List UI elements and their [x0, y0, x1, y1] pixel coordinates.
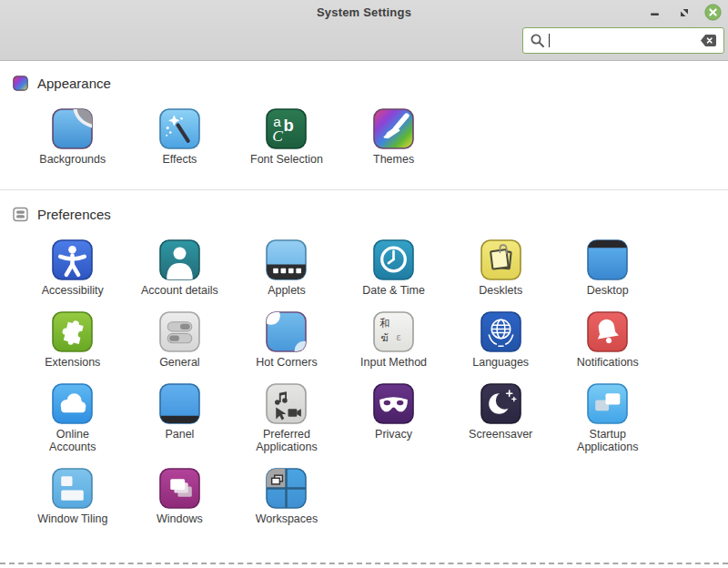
startup-applications-icon: [587, 383, 628, 424]
settings-item-label: Windows: [157, 512, 203, 525]
settings-item-hot-corners[interactable]: Hot Corners: [233, 311, 340, 369]
clear-search-icon[interactable]: [700, 34, 717, 47]
settings-item-label: Extensions: [45, 356, 100, 369]
settings-item-label: Screensaver: [469, 428, 532, 441]
settings-item-label: Accessibility: [42, 284, 104, 297]
settings-item-label: Desktop: [587, 284, 629, 297]
settings-item-privacy[interactable]: Privacy: [340, 383, 448, 453]
workspaces-icon: [266, 468, 307, 509]
settings-item-applets[interactable]: Applets: [233, 239, 340, 297]
maximize-button[interactable]: [675, 4, 693, 21]
search-input[interactable]: [551, 33, 700, 48]
settings-item-label: Workspaces: [256, 512, 318, 525]
settings-item-label: Date & Time: [362, 284, 425, 297]
section-preferences: Preferences Accessibility Account detail…: [0, 204, 728, 525]
settings-item-label: Startup Applications: [572, 428, 643, 453]
panel-icon: [159, 383, 200, 424]
windows-icon: [159, 468, 200, 509]
settings-item-label: Themes: [373, 153, 414, 166]
settings-item-accessibility[interactable]: Accessibility: [19, 239, 126, 297]
settings-item-label: Account details: [141, 284, 218, 297]
settings-item-label: Desklets: [479, 284, 522, 297]
settings-item-startup-applications[interactable]: Startup Applications: [554, 383, 662, 453]
appearance-section-icon: [13, 76, 28, 91]
svg-text:ε: ε: [397, 331, 401, 342]
settings-item-account-details[interactable]: Account details: [126, 239, 234, 297]
section-divider: [0, 189, 728, 190]
extensions-icon: [52, 311, 93, 352]
section-appearance: Appearance Backgrounds Effects abCFont S…: [0, 73, 728, 166]
account-details-icon: [159, 239, 200, 280]
settings-item-input-method[interactable]: 和ฆัεInput Method: [340, 311, 448, 369]
text-cursor: [549, 34, 550, 47]
backgrounds-icon: [52, 108, 93, 149]
settings-item-label: Notifications: [577, 356, 639, 369]
settings-item-label: Languages: [472, 356, 529, 369]
section-header-appearance: Appearance: [13, 73, 728, 93]
privacy-icon: [373, 383, 414, 424]
settings-item-desktop[interactable]: Desktop: [554, 239, 662, 297]
settings-item-label: Panel: [165, 428, 194, 441]
date-time-icon: [373, 239, 414, 280]
minimize-icon: [649, 5, 662, 20]
section-grid-preferences: Accessibility Account details Applets Da…: [0, 239, 728, 525]
settings-item-label: Hot Corners: [256, 356, 317, 369]
search-icon: [530, 33, 545, 48]
settings-item-label: Input Method: [360, 356, 427, 369]
search-field[interactable]: [522, 27, 724, 54]
languages-icon: [480, 311, 521, 352]
settings-item-screensaver[interactable]: Screensaver: [447, 383, 554, 453]
settings-item-label: Applets: [268, 284, 306, 297]
settings-item-label: Privacy: [375, 428, 412, 441]
settings-item-label: Effects: [162, 153, 197, 166]
settings-item-effects[interactable]: Effects: [126, 108, 234, 166]
themes-icon: [373, 108, 414, 149]
preferred-applications-icon: [266, 383, 307, 424]
svg-text:ฆั: ฆั: [380, 332, 388, 343]
section-label: Preferences: [37, 207, 111, 222]
preferences-section-icon: [13, 207, 28, 222]
maximize-icon: [679, 7, 690, 18]
settings-item-window-tiling[interactable]: Window Tiling: [19, 468, 126, 525]
section-header-preferences: Preferences: [13, 204, 728, 224]
close-button[interactable]: [704, 4, 722, 21]
section-label: Appearance: [37, 76, 111, 91]
window-header: System Settings: [0, 0, 728, 61]
settings-item-extensions[interactable]: Extensions: [19, 311, 126, 369]
screensaver-icon: [480, 383, 521, 424]
settings-item-notifications[interactable]: Notifications: [554, 311, 662, 369]
minimize-button[interactable]: [646, 4, 663, 21]
desktop-icon: [587, 239, 628, 280]
settings-sections: Appearance Backgrounds Effects abCFont S…: [0, 61, 728, 525]
settings-item-online-accounts[interactable]: Online Accounts: [19, 383, 126, 453]
effects-icon: [159, 108, 200, 149]
close-icon: [704, 4, 722, 21]
window-controls: [646, 4, 722, 21]
settings-item-label: Preferred Applications: [251, 428, 322, 453]
settings-item-languages[interactable]: Languages: [447, 311, 554, 369]
settings-item-themes[interactable]: Themes: [340, 108, 448, 166]
settings-item-windows[interactable]: Windows: [126, 468, 234, 525]
settings-item-workspaces[interactable]: Workspaces: [233, 468, 340, 525]
svg-text:C: C: [273, 127, 284, 145]
svg-text:和: 和: [379, 318, 389, 329]
settings-item-label: Font Selection: [250, 153, 323, 166]
settings-item-desklets[interactable]: Desklets: [447, 239, 554, 297]
accessibility-icon: [52, 239, 93, 280]
input-method-icon: 和ฆัε: [373, 311, 414, 352]
window-bottom-edge: [0, 563, 728, 564]
settings-item-label: Backgrounds: [39, 153, 106, 166]
settings-item-backgrounds[interactable]: Backgrounds: [19, 108, 126, 166]
settings-item-label: Window Tiling: [37, 512, 107, 525]
settings-item-font-selection[interactable]: abCFont Selection: [233, 108, 340, 166]
titlebar[interactable]: System Settings: [0, 0, 728, 25]
settings-item-panel[interactable]: Panel: [126, 383, 234, 453]
settings-item-label: General: [159, 356, 199, 369]
online-accounts-icon: [52, 383, 93, 424]
general-icon: [159, 311, 200, 352]
applets-icon: [266, 239, 307, 280]
settings-item-label: Online Accounts: [37, 428, 108, 453]
settings-item-preferred-applications[interactable]: Preferred Applications: [233, 383, 340, 453]
settings-item-date-time[interactable]: Date & Time: [340, 239, 448, 297]
settings-item-general[interactable]: General: [126, 311, 234, 369]
